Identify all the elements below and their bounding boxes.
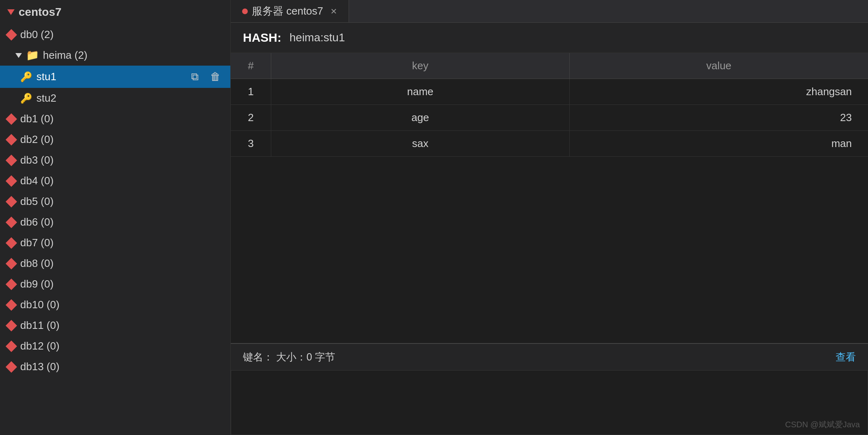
db3-label: db3 (0) bbox=[20, 154, 53, 166]
hash-header: HASH: heima:stu1 bbox=[231, 23, 868, 53]
heima-folder-label: heima (2) bbox=[43, 49, 87, 62]
db2-label: db2 (0) bbox=[20, 133, 53, 146]
row2-index: 2 bbox=[231, 105, 271, 130]
db4-label: db4 (0) bbox=[20, 175, 53, 187]
db8-item[interactable]: db8 (0) bbox=[0, 253, 230, 274]
db6-item[interactable]: db6 (0) bbox=[0, 212, 230, 232]
folder-expand-icon bbox=[15, 53, 22, 58]
db-icon bbox=[6, 320, 17, 331]
db9-item[interactable]: db9 (0) bbox=[0, 274, 230, 294]
db11-item[interactable]: db11 (0) bbox=[0, 315, 230, 336]
server-tab-label: 服务器 centos7 bbox=[252, 4, 323, 18]
row1-value: zhangsan bbox=[570, 79, 868, 104]
row2-key: age bbox=[271, 105, 570, 130]
db4-item[interactable]: db4 (0) bbox=[0, 171, 230, 191]
server-name-label: centos7 bbox=[19, 6, 62, 19]
db12-item[interactable]: db12 (0) bbox=[0, 336, 230, 356]
db8-label: db8 (0) bbox=[20, 257, 53, 270]
stu1-key-item[interactable]: 🔑 stu1 ⧉ 🗑 bbox=[0, 66, 230, 88]
col-value-header: value bbox=[570, 53, 868, 79]
db0-label: db0 (2) bbox=[20, 28, 53, 41]
db2-item[interactable]: db2 (0) bbox=[0, 129, 230, 150]
db10-item[interactable]: db10 (0) bbox=[0, 294, 230, 315]
db1-label: db1 (0) bbox=[20, 113, 53, 125]
db0-item[interactable]: db0 (2) bbox=[0, 24, 230, 45]
db10-label: db10 (0) bbox=[20, 299, 60, 311]
server-collapse-icon bbox=[7, 9, 15, 15]
db12-label: db12 (0) bbox=[20, 340, 60, 352]
db13-item[interactable]: db13 (0) bbox=[0, 356, 230, 377]
row3-key: sax bbox=[271, 131, 570, 156]
hash-type-label: HASH: bbox=[243, 31, 281, 45]
db-icon bbox=[6, 361, 17, 372]
row1-index: 1 bbox=[231, 79, 271, 104]
data-table: # key value 1 name zhangsan 2 age 23 3 s… bbox=[231, 53, 868, 343]
hash-key-value: heima:stu1 bbox=[289, 31, 345, 44]
row3-index: 3 bbox=[231, 131, 271, 156]
db5-label: db5 (0) bbox=[20, 195, 53, 208]
table-header: # key value bbox=[231, 53, 868, 79]
db-icon bbox=[6, 299, 17, 310]
db-icon bbox=[6, 154, 17, 166]
row3-value: man bbox=[570, 131, 868, 156]
db-icon bbox=[6, 175, 17, 186]
folder-icon: 📁 bbox=[26, 49, 39, 62]
sidebar: centos7 db0 (2) 📁 heima (2) 🔑 stu1 ⧉ 🗑 🔑… bbox=[0, 0, 231, 435]
db6-label: db6 (0) bbox=[20, 216, 53, 228]
server-header[interactable]: centos7 bbox=[0, 0, 230, 24]
view-button[interactable]: 查看 bbox=[836, 350, 856, 364]
db-icon bbox=[6, 278, 17, 290]
key-icon-stu2: 🔑 bbox=[20, 93, 32, 104]
db-icon bbox=[6, 216, 17, 228]
table-row[interactable]: 2 age 23 bbox=[231, 105, 868, 131]
db-icon bbox=[6, 134, 17, 145]
db1-item[interactable]: db1 (0) bbox=[0, 109, 230, 129]
tab-bar: 服务器 centos7 ✕ bbox=[231, 0, 868, 23]
col-key-header: key bbox=[271, 53, 570, 79]
main-content: 服务器 centos7 ✕ HASH: heima:stu1 # key val… bbox=[231, 0, 868, 435]
copy-button-stu1[interactable]: ⧉ bbox=[189, 70, 201, 84]
db-icon bbox=[6, 196, 17, 207]
stu2-key-item[interactable]: 🔑 stu2 bbox=[0, 88, 230, 109]
db7-label: db7 (0) bbox=[20, 237, 53, 249]
server-tab-dot bbox=[242, 9, 248, 14]
bottom-panel: 键名： 大小：0 字节 查看 bbox=[231, 343, 868, 370]
db7-item[interactable]: db7 (0) bbox=[0, 232, 230, 253]
row2-value: 23 bbox=[570, 105, 868, 130]
watermark: CSDN @斌斌爱Java bbox=[785, 419, 860, 430]
delete-button-stu1[interactable]: 🗑 bbox=[208, 70, 223, 84]
col-index-header: # bbox=[231, 53, 271, 79]
db13-label: db13 (0) bbox=[20, 360, 60, 373]
stu1-actions: ⧉ 🗑 bbox=[189, 70, 223, 84]
db-icon bbox=[6, 340, 17, 352]
key-icon-stu1: 🔑 bbox=[20, 71, 32, 83]
stu2-label: stu2 bbox=[36, 92, 56, 104]
stu1-label: stu1 bbox=[36, 70, 56, 83]
row1-key: name bbox=[271, 79, 570, 104]
db-icon bbox=[6, 258, 17, 269]
editor-area[interactable] bbox=[231, 370, 868, 435]
db5-item[interactable]: db5 (0) bbox=[0, 191, 230, 212]
db-icon bbox=[6, 237, 17, 248]
db9-label: db9 (0) bbox=[20, 278, 53, 290]
key-info-label: 键名： 大小：0 字节 bbox=[243, 350, 335, 364]
db11-label: db11 (0) bbox=[20, 319, 60, 332]
table-row[interactable]: 1 name zhangsan bbox=[231, 79, 868, 105]
db3-item[interactable]: db3 (0) bbox=[0, 150, 230, 171]
tab-close-button[interactable]: ✕ bbox=[330, 6, 337, 16]
table-row[interactable]: 3 sax man bbox=[231, 131, 868, 157]
heima-folder[interactable]: 📁 heima (2) bbox=[0, 45, 230, 66]
server-tab[interactable]: 服务器 centos7 ✕ bbox=[231, 0, 349, 22]
db-icon bbox=[6, 29, 17, 40]
db-icon bbox=[6, 113, 17, 124]
